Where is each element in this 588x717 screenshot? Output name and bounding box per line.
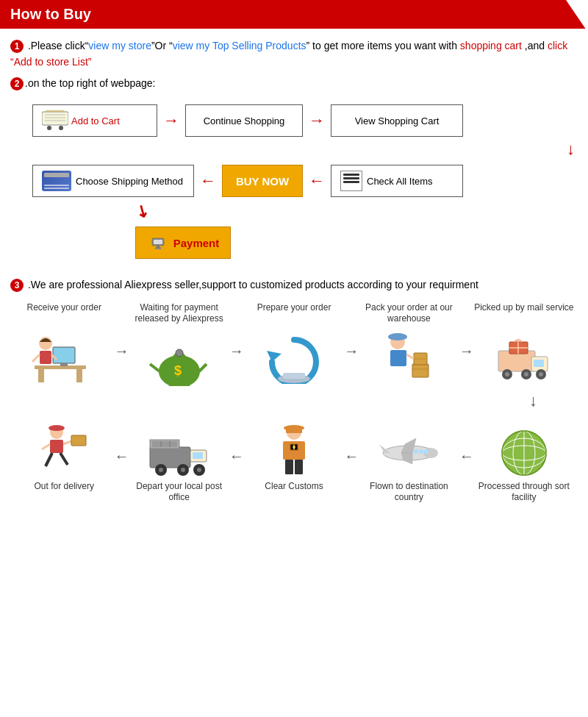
person-desk-icon xyxy=(31,329,97,384)
svg-line-58 xyxy=(63,441,71,444)
svg-point-88 xyxy=(424,449,429,454)
svg-rect-54 xyxy=(50,440,63,453)
flow-row-2: Choose Shipping Method ← BUY NOW ← Check… xyxy=(32,165,578,197)
arrow-2: → xyxy=(309,111,325,130)
svg-rect-79 xyxy=(285,460,293,474)
diag-arrow-wrap: ↘ xyxy=(135,201,578,221)
process-label-delivery: Out for delivery xyxy=(35,481,94,502)
step2-text: 2.on the top right of webpage: xyxy=(10,75,578,91)
svg-rect-12 xyxy=(38,369,44,382)
process-item-flown: Flown to destination country xyxy=(359,422,459,508)
process-down-arrow: ↓ xyxy=(10,391,578,410)
step1-num: 1 xyxy=(10,40,24,53)
process-label-pack: Pack your order at our warehouse xyxy=(359,302,459,325)
continue-shopping-label: Continue Shopping xyxy=(204,115,285,126)
svg-line-38 xyxy=(406,354,414,359)
airplane-icon xyxy=(376,424,442,479)
process-item-receive: Receive your order xyxy=(14,302,114,386)
process-item-delivery: Out for delivery xyxy=(14,422,114,506)
arrow-customs-flown: ← xyxy=(344,448,359,465)
arrow-waiting-prepare: → xyxy=(229,343,244,360)
step2-num: 2 xyxy=(10,77,24,90)
svg-rect-14 xyxy=(53,347,75,363)
checklist-icon xyxy=(340,171,362,191)
process-item-depart: Depart your local post office xyxy=(129,422,229,508)
shopping-cart-link[interactable]: shopping cart xyxy=(460,40,522,51)
choose-shipping-box: Choose Shipping Method xyxy=(32,165,194,197)
arrow-prepare-pack: → xyxy=(344,343,359,360)
process-item-sort: Processed through sort facility xyxy=(474,422,574,508)
svg-rect-41 xyxy=(534,360,544,367)
svg-marker-1 xyxy=(45,110,65,112)
svg-rect-59 xyxy=(71,435,86,446)
svg-point-3 xyxy=(59,126,63,130)
check-all-label: Check All Items xyxy=(367,176,433,187)
svg-line-56 xyxy=(60,453,68,465)
page-header: How to Buy xyxy=(0,0,588,29)
process-label-prepare: Prepare your order xyxy=(257,302,331,323)
flow-row-3: Payment xyxy=(135,226,578,259)
svg-rect-13 xyxy=(76,369,82,382)
svg-rect-17 xyxy=(40,351,51,364)
svg-line-18 xyxy=(32,354,40,362)
process-label-pickup: Picked up by mail service xyxy=(474,302,573,323)
svg-rect-31 xyxy=(390,350,406,366)
cart-icon xyxy=(42,110,68,131)
svg-rect-34 xyxy=(412,364,429,377)
view-cart-box: View Shopping Cart xyxy=(331,104,463,137)
process-label-depart: Depart your local post office xyxy=(129,481,229,504)
step1-text: 1 .Please click“view my store”Or “view m… xyxy=(10,38,578,71)
refresh-arrow-icon xyxy=(261,329,327,384)
top-selling-link[interactable]: view my Top Selling Products xyxy=(173,40,306,51)
process-item-prepare: Prepare your order xyxy=(244,302,344,386)
svg-point-43 xyxy=(505,372,509,377)
down-arrow-process: ↓ xyxy=(529,391,537,410)
process-label-receive: Receive your order xyxy=(27,302,101,323)
svg-point-2 xyxy=(47,126,51,130)
arrow-depart-customs: ← xyxy=(229,448,244,465)
process-label-customs: Clear Customs xyxy=(265,481,323,502)
svg-line-55 xyxy=(46,453,52,466)
svg-line-57 xyxy=(42,444,50,449)
arrow-receive-payment: → xyxy=(114,343,129,360)
svg-point-75 xyxy=(284,425,304,431)
svg-point-21 xyxy=(176,349,183,357)
truck-icon xyxy=(491,329,557,384)
svg-point-72 xyxy=(197,468,201,472)
svg-point-68 xyxy=(159,468,163,472)
process-row-2: Out for delivery ← xyxy=(10,422,578,508)
svg-text:$: $ xyxy=(174,363,182,378)
main-content: 1 .Please click“view my store”Or “view m… xyxy=(0,29,588,530)
svg-rect-62 xyxy=(152,441,177,447)
delivery-man-icon xyxy=(31,424,97,479)
process-item-pickup: Picked up by mail service xyxy=(474,302,574,386)
globe-icon xyxy=(491,424,557,479)
svg-rect-29 xyxy=(283,373,305,379)
svg-line-23 xyxy=(150,364,159,371)
flow-diagram: Add to Cart → Continue Shopping → View S… xyxy=(32,104,578,259)
add-to-cart-box: Add to Cart xyxy=(32,104,157,137)
arrow-flown-sort: ← xyxy=(459,448,474,465)
down-arrow-1-wrap: ↓ xyxy=(32,140,578,159)
process-label-sort: Processed through sort facility xyxy=(474,481,574,504)
worker-boxes-icon xyxy=(376,331,442,386)
payment-box: Payment xyxy=(135,226,231,259)
arrow-1: → xyxy=(163,111,179,130)
process-label-waiting: Waiting for payment released by Aliexpre… xyxy=(129,302,229,325)
process-flow: Receive your order xyxy=(10,302,578,508)
svg-rect-15 xyxy=(60,363,68,366)
process-label-flown: Flown to destination country xyxy=(359,481,459,504)
view-store-link[interactable]: view my store xyxy=(88,40,151,51)
diag-arrow: ↘ xyxy=(132,199,153,223)
process-item-pack: Pack your order at our warehouse xyxy=(359,302,459,388)
arrow-3: ← xyxy=(200,171,216,190)
arrow-4: ← xyxy=(309,171,325,190)
register-icon xyxy=(147,232,169,253)
choose-shipping-label: Choose Shipping Method xyxy=(76,176,183,187)
continue-shopping-box: Continue Shopping xyxy=(185,104,303,137)
check-all-box: Check All Items xyxy=(331,165,463,197)
buy-now-label: BUY NOW xyxy=(236,175,289,188)
buy-now-box[interactable]: BUY NOW xyxy=(222,165,303,197)
svg-rect-0 xyxy=(42,112,68,125)
process-item-customs: Clear Customs xyxy=(244,422,344,506)
